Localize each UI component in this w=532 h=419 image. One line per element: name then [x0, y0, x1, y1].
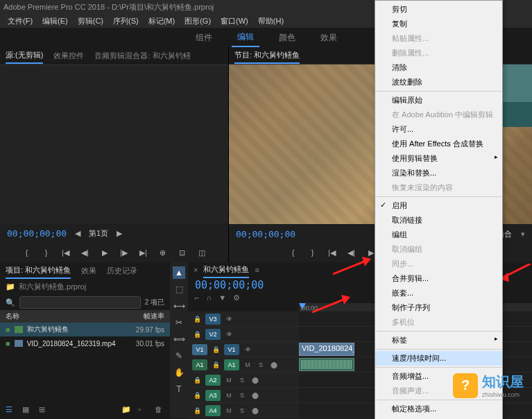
context-menu-item[interactable]: 标签: [375, 333, 502, 348]
linked-selection-icon[interactable]: ∩: [206, 293, 212, 302]
prev-page-icon[interactable]: ◀: [72, 228, 83, 239]
ws-tab-assembly[interactable]: 组件: [190, 29, 218, 46]
context-menu-item[interactable]: 波纹删除: [375, 75, 502, 89]
menu-help[interactable]: 帮助(H): [254, 15, 288, 28]
source-patch[interactable]: A1: [192, 359, 207, 370]
mark-out-icon[interactable]: }: [41, 247, 52, 258]
lock-icon[interactable]: 🔒: [192, 391, 202, 400]
col-header-framerate[interactable]: 帧速率: [126, 311, 164, 321]
tab-project[interactable]: 项目: 和六舅钓鳝鱼: [6, 263, 71, 279]
record-icon[interactable]: ⬤: [269, 360, 279, 370]
lock-icon[interactable]: 🔒: [192, 314, 202, 324]
track-label[interactable]: A1: [224, 359, 239, 370]
selection-tool-icon[interactable]: ▲: [173, 266, 185, 279]
track-label[interactable]: V1: [224, 344, 239, 355]
context-menu-item[interactable]: 渲染和替换...: [375, 166, 502, 180]
lock-icon[interactable]: 🔒: [192, 406, 202, 416]
slip-tool-icon[interactable]: ⟺: [173, 333, 185, 345]
solo-icon[interactable]: S: [237, 391, 247, 400]
context-menu-item[interactable]: 编辑原始: [375, 93, 502, 108]
menu-window[interactable]: 窗口(W): [216, 15, 252, 28]
overwrite-icon[interactable]: ⊡: [177, 247, 188, 258]
tab-program[interactable]: 节目: 和六舅钓鳝鱼: [234, 48, 300, 64]
solo-icon[interactable]: S: [237, 375, 247, 385]
insert-icon[interactable]: ⊕: [157, 247, 169, 258]
mute-icon[interactable]: M: [243, 360, 252, 370]
context-menu-item[interactable]: 合并剪辑...: [375, 271, 502, 286]
menu-edit[interactable]: 编辑(E): [38, 15, 72, 28]
context-menu-item[interactable]: 使用剪辑替换: [375, 151, 502, 166]
checkbox-icon[interactable]: ■: [6, 325, 10, 334]
checkbox-icon[interactable]: ■: [6, 339, 10, 348]
toggle-output-icon[interactable]: 👁: [243, 345, 252, 354]
record-icon[interactable]: ⬤: [250, 375, 260, 385]
lock-icon[interactable]: 🔒: [211, 360, 221, 370]
lock-icon[interactable]: 🔒: [211, 345, 221, 354]
menu-graphics[interactable]: 图形(G): [180, 15, 215, 28]
track-select-tool-icon[interactable]: ⬚: [173, 283, 185, 296]
panel-menu-icon[interactable]: ≡: [255, 266, 259, 274]
audio-clip[interactable]: [299, 358, 354, 371]
lock-icon[interactable]: 🔒: [192, 375, 202, 385]
lock-icon[interactable]: 🔒: [192, 330, 202, 339]
context-menu-item[interactable]: 使用 After Effects 合成替换: [375, 137, 502, 151]
tab-history[interactable]: 历史记录: [107, 264, 137, 278]
tab-audio-mixer[interactable]: 音频剪辑混合器: 和六舅钓鳝: [94, 49, 190, 63]
pen-tool-icon[interactable]: ✎: [173, 350, 185, 362]
source-timecode[interactable]: 00;00;00;00: [7, 228, 67, 239]
ripple-tool-icon[interactable]: ⟷: [173, 300, 185, 312]
p-mark-in-icon[interactable]: {: [288, 247, 299, 258]
context-menu-item[interactable]: 嵌套...: [375, 286, 502, 300]
ws-tab-color[interactable]: 颜色: [273, 29, 301, 46]
new-bin-icon[interactable]: 📁: [121, 405, 131, 415]
p-mark-out-icon[interactable]: }: [307, 247, 318, 258]
toggle-output-icon[interactable]: 👁: [224, 314, 234, 324]
step-back-icon[interactable]: ◀|: [80, 247, 91, 258]
mute-icon[interactable]: M: [224, 375, 234, 385]
context-menu-item[interactable]: 启用: [375, 198, 502, 213]
video-clip[interactable]: VID_20180824_1623: [299, 343, 354, 356]
context-menu-item[interactable]: 复制: [375, 17, 502, 31]
source-patch[interactable]: V1: [192, 344, 207, 355]
record-icon[interactable]: ⬤: [250, 391, 260, 400]
search-icon[interactable]: 🔍: [6, 298, 15, 307]
ws-tab-editing[interactable]: 编辑: [232, 28, 259, 47]
solo-icon[interactable]: S: [237, 406, 247, 416]
type-tool-icon[interactable]: T: [173, 383, 185, 395]
context-menu-item[interactable]: 帧定格选项...: [375, 402, 502, 416]
tab-effects-panel[interactable]: 效果: [81, 264, 96, 278]
context-menu-item[interactable]: 取消链接: [375, 213, 502, 228]
solo-icon[interactable]: S: [256, 360, 266, 370]
context-menu-item[interactable]: 清除: [375, 60, 502, 75]
play-icon[interactable]: ▶: [99, 247, 110, 258]
mute-icon[interactable]: M: [224, 406, 234, 416]
timeline-tab[interactable]: 和六舅钓鳝鱼: [203, 262, 249, 278]
tab-source[interactable]: 源:(无剪辑): [6, 48, 43, 64]
track-label[interactable]: A3: [205, 390, 221, 401]
menu-marker[interactable]: 标记(M): [144, 15, 180, 28]
track-label[interactable]: A2: [205, 375, 221, 386]
program-timecode[interactable]: 00;00;00;00: [236, 229, 295, 239]
mute-icon[interactable]: M: [224, 391, 234, 400]
step-fwd-icon[interactable]: |▶: [119, 247, 130, 258]
export-frame-icon[interactable]: ◫: [196, 247, 207, 258]
track-label[interactable]: V2: [205, 329, 221, 340]
p-step-back-icon[interactable]: ◀|: [346, 247, 357, 258]
list-view-icon[interactable]: ☰: [6, 405, 15, 415]
tab-effect-controls[interactable]: 效果控件: [53, 49, 84, 63]
mark-in-icon[interactable]: {: [22, 247, 33, 258]
toggle-output-icon[interactable]: 👁: [224, 330, 234, 339]
close-icon[interactable]: ×: [194, 266, 198, 274]
menu-file[interactable]: 文件(F): [3, 15, 37, 28]
hand-tool-icon[interactable]: ✋: [173, 366, 185, 379]
ws-tab-effects[interactable]: 效果: [315, 29, 343, 46]
icon-view-icon[interactable]: ▦: [22, 405, 32, 415]
settings-icon[interactable]: ⚙: [233, 293, 240, 302]
context-menu-item[interactable]: 制作子序列: [375, 300, 502, 315]
freeform-view-icon[interactable]: ⊞: [39, 405, 49, 415]
menu-clip[interactable]: 剪辑(C): [74, 15, 108, 28]
context-menu-item[interactable]: 剪切: [375, 2, 502, 17]
col-header-name[interactable]: 名称: [6, 311, 126, 321]
timeline-timecode[interactable]: 00;00;00;00: [195, 279, 264, 291]
context-menu-item[interactable]: 添加帧定格: [375, 416, 502, 419]
